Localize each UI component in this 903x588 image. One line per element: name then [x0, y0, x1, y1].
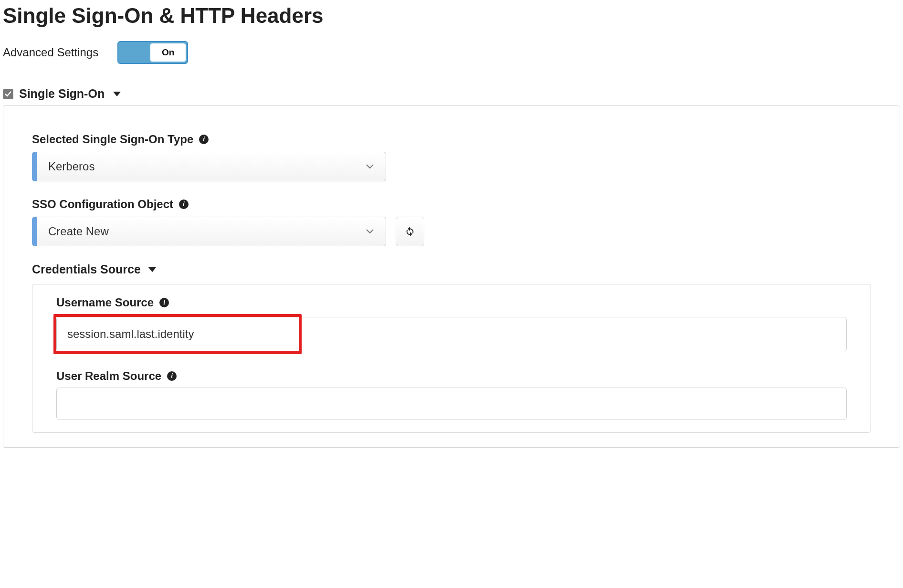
user-realm-source-input[interactable] [56, 388, 847, 420]
advanced-settings-row: Advanced Settings On [3, 41, 900, 64]
username-source-row [56, 314, 847, 354]
sso-type-label: Selected Single Sign-On Type i [32, 133, 871, 146]
sso-type-select[interactable]: Kerberos [32, 152, 386, 181]
credentials-source-panel: Username Source i User Realm Source i [32, 284, 871, 433]
chevron-down-icon [366, 162, 374, 171]
single-sign-on-header[interactable]: Single Sign-On [3, 87, 900, 101]
sso-config-label: SSO Configuration Object i [32, 198, 871, 211]
credentials-source-header[interactable]: Credentials Source [32, 262, 871, 276]
sso-type-value: Kerberos [48, 160, 94, 173]
page-title: Single Sign-On & HTTP Headers [3, 4, 900, 28]
select-accent [32, 217, 37, 246]
sso-config-value: Create New [48, 225, 109, 238]
user-realm-source-label: User Realm Source i [56, 369, 847, 383]
credentials-source-title: Credentials Source [32, 262, 141, 276]
username-source-input[interactable] [56, 317, 847, 351]
single-sign-on-checkbox[interactable] [3, 89, 13, 99]
user-realm-source-label-text: User Realm Source [56, 369, 161, 383]
advanced-settings-label: Advanced Settings [3, 46, 98, 59]
username-source-label-text: Username Source [56, 296, 154, 309]
sso-config-select[interactable]: Create New [32, 217, 386, 246]
info-icon[interactable]: i [167, 371, 177, 381]
single-sign-on-title: Single Sign-On [19, 87, 105, 101]
refresh-icon [405, 226, 415, 237]
select-accent [32, 152, 37, 181]
sso-config-label-text: SSO Configuration Object [32, 198, 173, 211]
caret-down-icon [148, 267, 156, 272]
advanced-settings-toggle[interactable]: On [117, 41, 188, 64]
info-icon[interactable]: i [199, 135, 209, 144]
info-icon[interactable]: i [159, 298, 169, 307]
sso-type-label-text: Selected Single Sign-On Type [32, 133, 193, 146]
sso-type-group: Selected Single Sign-On Type i Kerberos [32, 133, 871, 181]
refresh-button[interactable] [396, 217, 424, 246]
check-icon [4, 90, 12, 98]
chevron-down-icon [366, 227, 374, 236]
username-source-label: Username Source i [56, 296, 847, 309]
single-sign-on-panel: Selected Single Sign-On Type i Kerberos … [3, 105, 900, 448]
toggle-handle: On [150, 43, 186, 62]
caret-down-icon [113, 92, 121, 96]
sso-config-group: SSO Configuration Object i Create New [32, 198, 871, 246]
info-icon[interactable]: i [179, 200, 189, 209]
